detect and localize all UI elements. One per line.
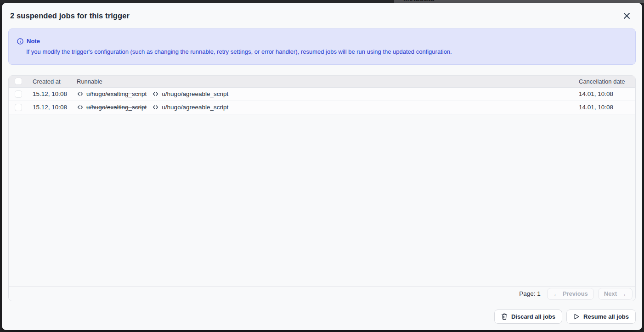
- pagination-bar: Page: 1 ← Previous Next →: [9, 286, 635, 301]
- code-icon: [77, 104, 84, 111]
- resume-all-jobs-button[interactable]: Resume all jobs: [566, 309, 636, 324]
- table-header-checkbox-cell: [9, 78, 33, 85]
- next-page-button[interactable]: Next →: [598, 288, 633, 300]
- arrow-right-icon: →: [620, 291, 627, 297]
- note-title: Note: [27, 38, 40, 45]
- page-indicator: Page: 1: [519, 290, 541, 297]
- column-header-cancellation-date: Cancellation date: [579, 78, 635, 85]
- cancellation-date-cell: 14.01, 10:08: [579, 104, 635, 111]
- runnable-old-path: u/hugo/exalting_script: [86, 104, 147, 111]
- table-row: 15.12, 10:08 u/hugo/exalting_script u/hu…: [9, 101, 635, 114]
- table-header-row: Created at Runnable Cancellation date: [9, 76, 635, 88]
- created-at-cell: 15.12, 10:08: [33, 90, 77, 97]
- trash-icon: [501, 313, 508, 320]
- row-checkbox[interactable]: [15, 90, 22, 98]
- play-icon: [573, 313, 580, 320]
- column-header-created-at: Created at: [33, 78, 77, 85]
- runnable-cell: u/hugo/exalting_script u/hugo/agreeable_…: [77, 104, 579, 111]
- note-title-row: Note: [17, 38, 627, 45]
- modal-actions: Discard all jobs Resume all jobs: [8, 309, 636, 324]
- row-checkbox[interactable]: [15, 104, 22, 111]
- discard-all-jobs-button[interactable]: Discard all jobs: [494, 309, 562, 324]
- column-header-runnable: Runnable: [77, 78, 579, 85]
- row-checkbox-cell: [9, 104, 33, 111]
- table-row: 15.12, 10:08 u/hugo/exalting_script u/hu…: [9, 88, 635, 101]
- table-empty-area: [9, 114, 635, 286]
- code-icon: [152, 90, 159, 97]
- next-page-label: Next: [604, 290, 617, 297]
- runnable-old-path: u/hugo/exalting_script: [86, 90, 147, 97]
- suspended-jobs-table: Created at Runnable Cancellation date 15…: [8, 75, 636, 301]
- note-banner: Note If you modify the trigger's configu…: [8, 28, 636, 65]
- info-icon: [17, 38, 23, 45]
- runnable-new-path: u/hugo/agreeable_script: [162, 104, 228, 111]
- previous-page-button[interactable]: ← Previous: [547, 288, 594, 300]
- previous-page-label: Previous: [563, 290, 588, 297]
- close-button[interactable]: [620, 9, 633, 22]
- close-icon: [622, 11, 631, 20]
- row-checkbox-cell: [9, 90, 33, 98]
- suspended-jobs-modal: 2 suspended jobs for this trigger Note I…: [2, 3, 642, 330]
- created-at-cell: 15.12, 10:08: [33, 104, 77, 111]
- discard-all-jobs-label: Discard all jobs: [511, 313, 555, 320]
- note-body: If you modify the trigger's configuratio…: [26, 48, 627, 56]
- runnable-new-path: u/hugo/agreeable_script: [162, 90, 228, 97]
- code-icon: [77, 90, 84, 97]
- arrow-left-icon: ←: [553, 291, 559, 297]
- code-icon: [152, 104, 159, 111]
- modal-header: 2 suspended jobs for this trigger: [8, 3, 636, 28]
- background-clipped-heading: Metadata: [403, 0, 434, 2]
- select-all-checkbox[interactable]: [15, 78, 22, 85]
- runnable-cell: u/hugo/exalting_script u/hugo/agreeable_…: [77, 90, 579, 97]
- resume-all-jobs-label: Resume all jobs: [583, 313, 629, 320]
- modal-title: 2 suspended jobs for this trigger: [10, 11, 130, 20]
- cancellation-date-cell: 14.01, 10:08: [579, 90, 635, 97]
